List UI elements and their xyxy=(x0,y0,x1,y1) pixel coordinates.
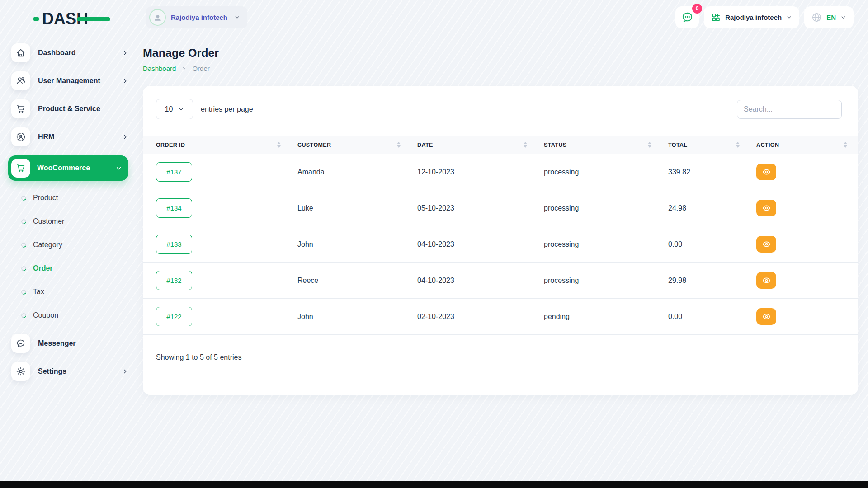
sidebar-item-dashboard[interactable]: Dashboard xyxy=(11,43,128,62)
order-id-badge[interactable]: #132 xyxy=(156,271,192,290)
sidebar-item-woocommerce[interactable]: WooCommerce xyxy=(8,155,128,181)
app-logo[interactable]: DASH xyxy=(33,10,88,28)
sidebar-item-label: HRM xyxy=(38,133,54,141)
table-row: #137 Amanda 12-10-2023 processing 339.82 xyxy=(143,154,858,190)
chat-smile-icon xyxy=(11,334,30,353)
view-order-button[interactable] xyxy=(756,236,776,253)
date-cell: 05-10-2023 xyxy=(411,190,538,226)
search-input[interactable] xyxy=(737,100,842,119)
view-order-button[interactable] xyxy=(756,164,776,180)
table-row: #122 John 02-10-2023 pending 0.00 xyxy=(143,299,858,335)
orders-table: ORDER ID CUSTOMER DATE STATUS TOTAL ACTI… xyxy=(143,136,858,335)
orders-card: 10 entries per page ORDER ID CUSTOMER DA… xyxy=(143,86,858,395)
cart-icon xyxy=(11,159,30,178)
chevron-right-icon xyxy=(122,50,128,56)
chat-bubble-icon xyxy=(681,11,693,23)
column-header-action[interactable]: ACTION xyxy=(750,136,858,154)
table-row: #132 Reece 04-10-2023 processing 29.98 xyxy=(143,263,858,299)
status-cell: processing xyxy=(538,190,662,226)
orders-table-body: #137 Amanda 12-10-2023 processing 339.82… xyxy=(143,154,858,335)
order-id-badge[interactable]: #133 xyxy=(156,235,192,254)
sidebar-item-hrm[interactable]: HRM xyxy=(11,127,128,146)
submenu-item-customer[interactable]: Customer xyxy=(21,216,136,227)
column-header-customer[interactable]: CUSTOMER xyxy=(292,136,411,154)
sidebar: Dashboard User Management Product & Serv… xyxy=(0,43,136,390)
submenu-item-product[interactable]: Product xyxy=(21,192,136,203)
sidebar-bottom-group: Messenger Settings xyxy=(0,334,136,381)
sidebar-item-product-service[interactable]: Product & Service xyxy=(11,99,128,118)
date-cell: 04-10-2023 xyxy=(411,226,538,263)
total-cell: 24.98 xyxy=(662,190,750,226)
logo-dot-icon xyxy=(33,17,39,21)
home-icon xyxy=(11,43,30,62)
submenu-item-order[interactable]: Order xyxy=(21,263,136,274)
chevron-down-icon xyxy=(840,14,846,20)
person-icon xyxy=(153,13,162,22)
chevron-down-icon xyxy=(234,14,240,20)
order-id-badge[interactable]: #134 xyxy=(156,198,192,218)
company-switcher[interactable]: Rajodiya infotech xyxy=(704,6,799,28)
company-name: Rajodiya infotech xyxy=(725,14,782,21)
total-cell: 339.82 xyxy=(662,154,750,190)
sidebar-item-messenger[interactable]: Messenger xyxy=(11,334,128,353)
page-title: Manage Order xyxy=(143,47,858,60)
column-header-total[interactable]: TOTAL xyxy=(662,136,750,154)
breadcrumb-dashboard-link[interactable]: Dashboard xyxy=(143,65,176,72)
column-header-date[interactable]: DATE xyxy=(411,136,538,154)
table-row: #133 John 04-10-2023 processing 0.00 xyxy=(143,226,858,263)
sidebar-item-label: Settings xyxy=(38,367,66,375)
sidebar-item-label: Messenger xyxy=(38,339,76,347)
sort-icon xyxy=(736,142,740,148)
gear-icon xyxy=(11,362,30,381)
sidebar-item-settings[interactable]: Settings xyxy=(11,362,128,381)
status-cell: pending xyxy=(538,299,662,335)
sidebar-item-user-management[interactable]: User Management xyxy=(11,71,128,90)
donut-icon xyxy=(20,218,27,225)
eye-icon xyxy=(762,204,771,212)
date-cell: 12-10-2023 xyxy=(411,154,538,190)
column-header-order-id[interactable]: ORDER ID xyxy=(143,136,292,154)
grid-plus-icon xyxy=(711,13,721,22)
logo-bar-icon xyxy=(77,17,110,21)
table-controls: 10 entries per page xyxy=(143,86,858,136)
table-header-row: ORDER ID CUSTOMER DATE STATUS TOTAL ACTI… xyxy=(143,136,858,154)
main-content: Manage Order Dashboard Order 10 entries … xyxy=(143,47,858,395)
submenu-item-category[interactable]: Category xyxy=(21,239,136,250)
total-cell: 29.98 xyxy=(662,263,750,299)
workspace-switcher[interactable]: Rajodiya infotech xyxy=(146,6,247,28)
globe-icon xyxy=(811,12,822,23)
total-cell: 0.00 xyxy=(662,299,750,335)
topbar-actions: 0 Rajodiya infotech EN xyxy=(675,6,854,28)
customer-cell: John xyxy=(292,226,411,263)
donut-icon xyxy=(20,265,27,272)
sort-icon xyxy=(524,142,527,148)
status-cell: processing xyxy=(538,226,662,263)
page-size-select[interactable]: 10 xyxy=(156,99,193,119)
view-order-button[interactable] xyxy=(756,200,776,216)
chevron-right-icon xyxy=(181,66,187,71)
view-order-button[interactable] xyxy=(756,308,776,325)
submenu-item-tax[interactable]: Tax xyxy=(21,286,136,297)
chevron-down-icon xyxy=(178,106,184,112)
order-id-badge[interactable]: #137 xyxy=(156,162,192,182)
donut-icon xyxy=(20,312,27,319)
eye-icon xyxy=(762,240,771,249)
customer-cell: Luke xyxy=(292,190,411,226)
donut-icon xyxy=(20,241,27,248)
column-header-status[interactable]: STATUS xyxy=(538,136,662,154)
order-id-badge[interactable]: #122 xyxy=(156,307,192,326)
submenu-item-coupon[interactable]: Coupon xyxy=(21,310,136,321)
messages-button[interactable]: 0 xyxy=(675,6,699,28)
sidebar-item-label: User Management xyxy=(38,77,100,85)
topbar: DASH Rajodiya infotech 0 Rajodiya xyxy=(0,0,868,35)
woocommerce-submenu: Product Customer Category Order Tax Coup… xyxy=(0,192,136,321)
chevron-right-icon xyxy=(122,78,128,84)
page-size-value: 10 xyxy=(165,105,173,113)
chevron-down-icon xyxy=(115,165,122,172)
language-switcher[interactable]: EN xyxy=(804,6,854,28)
view-order-button[interactable] xyxy=(756,272,776,289)
customer-cell: John xyxy=(292,299,411,335)
entries-summary: Showing 1 to 5 of 5 entries xyxy=(156,353,858,361)
user-scan-icon xyxy=(11,127,30,146)
breadcrumb: Dashboard Order xyxy=(143,65,858,72)
